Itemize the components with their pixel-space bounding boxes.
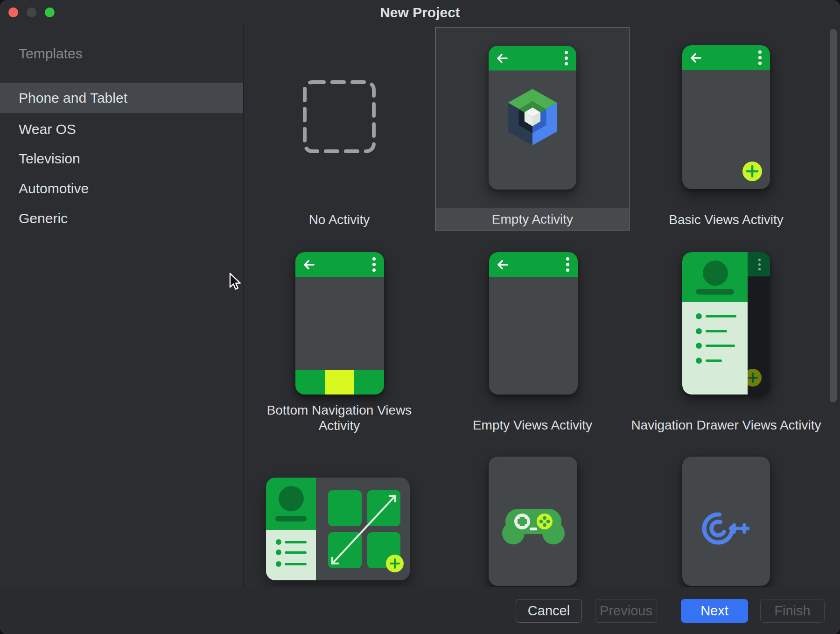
back-arrow-icon	[302, 259, 315, 270]
finish-button[interactable]: Finish	[760, 599, 825, 623]
phone-mockup	[682, 252, 770, 394]
cancel-button[interactable]: Cancel	[516, 599, 582, 623]
phone-appbar	[682, 45, 770, 70]
nav-drawer-icon	[682, 252, 748, 394]
overflow-menu-icon	[565, 51, 568, 65]
template-label: Navigation Drawer Views Activity	[629, 417, 823, 433]
tablet-mockup	[266, 478, 410, 580]
template-card-no-activity[interactable]: No Activity	[242, 27, 436, 231]
footer-bar: Cancel Previous Next Finish	[0, 587, 840, 634]
overflow-menu-icon	[758, 50, 762, 65]
fab-plus-icon	[386, 555, 404, 572]
template-card-empty-activity[interactable]: Empty Activity	[435, 27, 630, 231]
sidebar-item-wear-os[interactable]: Wear OS	[0, 114, 244, 144]
phone-mockup	[489, 457, 577, 586]
phone-appbar	[489, 252, 578, 277]
overflow-menu-icon	[758, 259, 761, 270]
overflow-menu-icon	[372, 257, 376, 272]
phone-mockup	[489, 252, 578, 394]
templates-header: Templates	[19, 46, 83, 62]
template-card-basic-views-activity[interactable]: Basic Views Activity	[629, 27, 823, 231]
fab-plus-icon	[742, 162, 762, 181]
back-arrow-icon	[689, 52, 702, 63]
template-label: No Activity	[242, 212, 436, 227]
phone-mockup	[295, 252, 384, 394]
phone-appbar	[295, 252, 384, 277]
template-card-native-cpp[interactable]	[629, 457, 823, 587]
template-label: Empty Views Activity	[435, 417, 630, 433]
gamepad-icon	[496, 500, 570, 547]
sidebar-item-generic[interactable]: Generic	[0, 204, 244, 233]
back-arrow-icon	[496, 53, 509, 64]
resize-diagonal-arrow-icon	[327, 490, 401, 565]
template-card-navigation-drawer-views-activity[interactable]: Navigation Drawer Views Activity	[629, 233, 823, 441]
overflow-menu-icon	[566, 257, 569, 272]
phone-appbar	[489, 46, 576, 70]
window-title: New Project	[0, 5, 840, 21]
template-label: Basic Views Activity	[629, 212, 823, 227]
phone-mockup	[489, 46, 576, 190]
mouse-cursor	[228, 273, 241, 291]
phone-mockup	[682, 45, 770, 189]
new-project-dialog: New Project Templates Phone and Tablet W…	[0, 0, 840, 634]
sidebar-item-automotive[interactable]: Automotive	[0, 174, 244, 204]
next-button[interactable]: Next	[681, 599, 748, 623]
nav-drawer-icon	[266, 478, 316, 580]
template-label-selected: Empty Activity	[436, 208, 629, 231]
template-card-bottom-navigation-views-activity[interactable]: Bottom Navigation Views Activity	[242, 233, 436, 441]
sidebar-item-phone-and-tablet[interactable]: Phone and Tablet	[0, 83, 244, 113]
sidebar-item-television[interactable]: Television	[0, 144, 244, 174]
template-card-empty-views-activity[interactable]: Empty Views Activity	[435, 233, 630, 441]
back-arrow-icon	[496, 259, 509, 270]
jetpack-compose-logo-icon	[506, 89, 559, 147]
template-card-responsive-views[interactable]	[242, 457, 436, 587]
template-card-game-activity[interactable]	[435, 457, 630, 587]
titlebar: New Project	[0, 0, 840, 24]
cpp-logo-icon	[700, 509, 752, 548]
vertical-scrollbar-thumb[interactable]	[830, 29, 837, 402]
phone-mockup	[682, 457, 770, 586]
bottom-nav-bar-icon	[295, 370, 384, 394]
dashed-square-icon	[303, 80, 376, 153]
template-label: Bottom Navigation Views Activity	[258, 402, 421, 433]
previous-button[interactable]: Previous	[595, 599, 657, 623]
